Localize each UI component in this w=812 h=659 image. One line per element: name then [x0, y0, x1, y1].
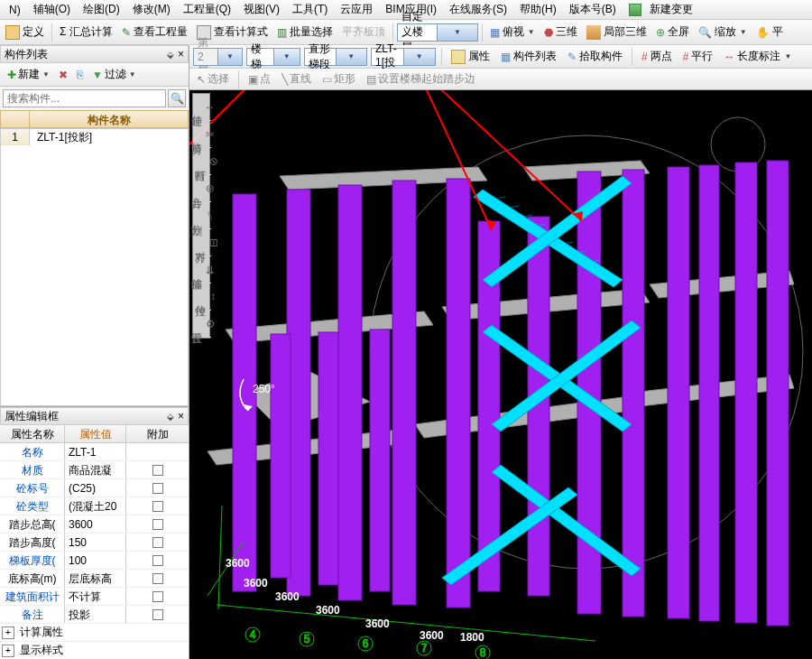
vp-split[interactable]: ⑊分割: [193, 202, 211, 229]
select-mode-button[interactable]: ↖选择: [193, 70, 233, 88]
close-icon[interactable]: ×: [178, 410, 184, 422]
menu-tools[interactable]: 工具(T): [287, 0, 333, 19]
component-row[interactable]: 1 ZLT-1[投影]: [1, 129, 188, 145]
menu-help[interactable]: 帮助(H): [514, 0, 562, 19]
prop-value[interactable]: (混凝土20: [65, 497, 126, 515]
property-table[interactable]: 名称 ZLT-1 材质 商品混凝 砼标号 (C25) 砼类型 (混凝土20 踏步…: [0, 443, 189, 659]
main-toolbar: 定义 Σ 汇总计算 ✎查看工程量 查看计算式 ▥批量选择 平齐板顶 自定义楼层▼…: [0, 20, 812, 45]
menu-cloud[interactable]: 云应用: [335, 0, 378, 19]
checkbox[interactable]: [152, 591, 163, 602]
prop-value[interactable]: 层底标高: [65, 570, 126, 587]
property-row[interactable]: 建筑面积计 不计算: [0, 588, 189, 606]
vp-break[interactable]: ⊘打断▾: [193, 148, 211, 175]
close-icon[interactable]: ×: [178, 48, 184, 60]
prop-value[interactable]: 100: [65, 552, 126, 569]
category-combo[interactable]: 楼梯▼: [246, 48, 300, 66]
property-row[interactable]: 底标高(m) 层底标高: [0, 570, 189, 588]
property-row[interactable]: 踏步高度( 150: [0, 534, 189, 552]
menu-online[interactable]: 在线服务(S): [444, 0, 512, 19]
vp-offset[interactable]: ⇉偏移: [193, 256, 211, 283]
prop-value[interactable]: 不计算: [65, 588, 126, 605]
property-expand-row[interactable]: +显示样式: [0, 642, 189, 659]
checkbox[interactable]: [152, 483, 163, 494]
expand-icon[interactable]: +: [2, 627, 14, 639]
checkbox[interactable]: [152, 537, 163, 548]
batch-select-button[interactable]: ▥批量选择: [273, 23, 337, 42]
property-row[interactable]: 踏步总高( 3600: [0, 515, 189, 534]
fullscreen-button[interactable]: ⊕全屏: [652, 23, 693, 42]
parallel-button[interactable]: #平行: [679, 47, 717, 66]
search-icon: 🔍: [171, 92, 184, 105]
prop-value[interactable]: 3600: [65, 515, 126, 533]
new-component-button[interactable]: ✚新建▼: [4, 65, 53, 84]
search-input[interactable]: [3, 89, 166, 107]
vp-trim[interactable]: ✂修剪: [193, 121, 211, 148]
prop-value[interactable]: 150: [65, 534, 126, 551]
vp-stretch[interactable]: ↔拉伸▾: [193, 283, 211, 311]
checkbox[interactable]: [152, 519, 163, 530]
component-grid[interactable]: 1 ZLT-1[投影]: [0, 128, 189, 406]
length-dim-button[interactable]: ↔长度标注▼: [720, 47, 795, 66]
prop-value[interactable]: (C25): [65, 479, 126, 497]
line-button[interactable]: ╲直线: [278, 70, 315, 88]
pick-component-button[interactable]: ✎拾取构件: [564, 47, 626, 66]
property-row[interactable]: 砼类型 (混凝土20: [0, 497, 189, 515]
vp-settings[interactable]: ⚙设置: [193, 311, 211, 338]
prop-value[interactable]: 投影: [65, 606, 126, 623]
sum-calc-button[interactable]: Σ 汇总计算: [56, 23, 116, 42]
properties-button[interactable]: 属性: [448, 47, 494, 66]
new-change-button[interactable]: 新建变更: [623, 0, 704, 21]
pin-icon[interactable]: ⬙: [167, 412, 174, 422]
checkbox[interactable]: [152, 609, 163, 620]
custom-floor-combo[interactable]: 自定义楼层▼: [397, 23, 478, 42]
menu-version[interactable]: 版本号(B): [564, 0, 622, 19]
vp-align[interactable]: ⊟对齐▾: [193, 229, 211, 256]
top-view-button[interactable]: ▦俯视▼: [486, 23, 539, 42]
view-qty-button[interactable]: ✎查看工程量: [118, 23, 191, 42]
menu-modify[interactable]: 修改(M): [127, 0, 176, 19]
3d-view-button[interactable]: ⬣三维: [540, 23, 581, 42]
local-3d-button[interactable]: 局部三维: [583, 23, 651, 42]
type-combo[interactable]: 直形梯段▼: [304, 48, 367, 66]
component-combo[interactable]: ZLT-1[投▼: [371, 48, 436, 66]
prop-value[interactable]: ZLT-1: [65, 443, 126, 460]
search-button[interactable]: 🔍: [168, 89, 186, 107]
stair-start-button[interactable]: ▤设置楼梯起始踏步边: [363, 70, 479, 88]
property-row[interactable]: 梯板厚度( 100: [0, 552, 189, 570]
vp-extend[interactable]: ↕延伸: [193, 94, 211, 121]
pin-icon[interactable]: ⬙: [167, 50, 174, 60]
property-expand-row[interactable]: +计算属性: [0, 624, 189, 642]
define-button[interactable]: 定义: [2, 23, 48, 42]
property-row[interactable]: 名称 ZLT-1: [0, 443, 189, 461]
copy-button[interactable]: ⎘: [73, 67, 87, 83]
3d-viewport[interactable]: 4 5 6 7 8 3600 3600 3600 3600 3600 3600 …: [189, 90, 812, 659]
checkbox[interactable]: [152, 465, 163, 476]
zoom-button[interactable]: 🔍缩放▼: [695, 23, 751, 42]
property-row[interactable]: 备注 投影: [0, 606, 189, 624]
delete-button[interactable]: ✖: [55, 67, 71, 83]
expand-icon[interactable]: +: [2, 645, 14, 657]
property-row[interactable]: 砼标号 (C25): [0, 479, 189, 497]
floor-combo[interactable]: 第2层▼: [193, 48, 243, 66]
rect-icon: ▭: [322, 73, 332, 86]
svg-rect-19: [623, 170, 644, 617]
component-list-button[interactable]: ▦构件列表: [497, 47, 560, 66]
menu-quantity[interactable]: 工程量(Q): [178, 0, 236, 19]
menu-draw[interactable]: 绘图(D): [78, 0, 125, 19]
filter-button[interactable]: ▼过滤▼: [88, 65, 140, 84]
point-button[interactable]: ▣点: [245, 70, 274, 88]
vp-merge[interactable]: ⊕合并: [193, 175, 211, 202]
two-point-button[interactable]: #两点: [638, 47, 676, 66]
property-row[interactable]: 材质 商品混凝: [0, 461, 189, 479]
checkbox[interactable]: [152, 501, 163, 512]
checkbox[interactable]: [152, 573, 163, 584]
pan-button[interactable]: ✋平: [752, 23, 787, 42]
menu-view[interactable]: 视图(V): [238, 0, 285, 19]
menu-n[interactable]: N): [4, 2, 26, 18]
menu-aux-axis[interactable]: 辅轴(O): [28, 0, 76, 19]
flush-slab-button[interactable]: 平齐板顶: [338, 23, 389, 42]
prop-value[interactable]: 商品混凝: [65, 461, 126, 478]
checkbox[interactable]: [152, 555, 163, 566]
rect-button[interactable]: ▭矩形: [318, 70, 359, 88]
row-value[interactable]: ZLT-1[投影]: [30, 129, 188, 145]
